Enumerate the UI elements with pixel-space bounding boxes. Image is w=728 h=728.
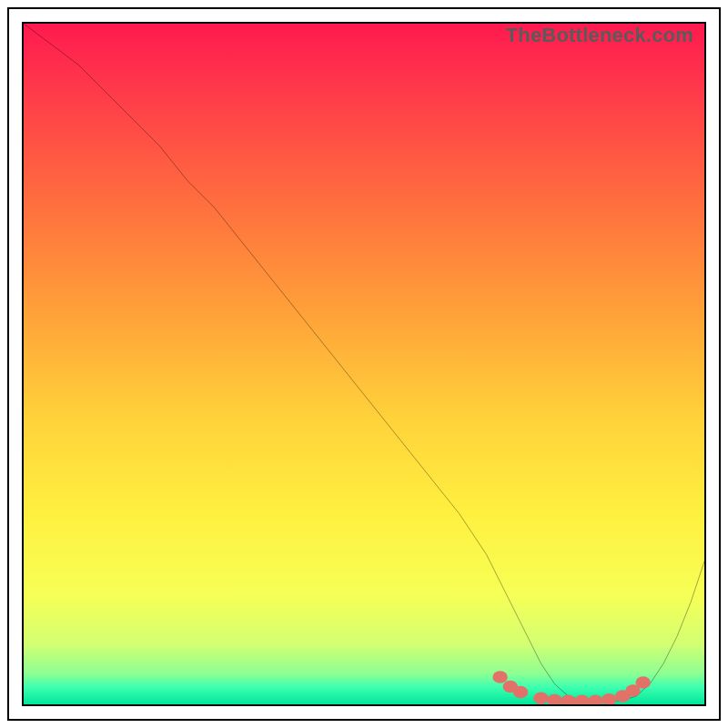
marker-dot (561, 695, 575, 704)
marker-dot (533, 693, 548, 704)
marker-dot (574, 695, 589, 704)
selected-range-dots (492, 671, 651, 704)
marker-dot (513, 686, 528, 698)
bottleneck-curve (24, 24, 704, 702)
marker-dot (635, 676, 650, 688)
plot-area: TheBottleneck.com (22, 22, 706, 706)
watermark-text: TheBottleneck.com (506, 24, 693, 47)
marker-dot (588, 695, 602, 704)
marker-dot (602, 693, 616, 704)
marker-dot (492, 671, 507, 682)
curve-layer (24, 24, 704, 704)
marker-dot (547, 694, 561, 704)
